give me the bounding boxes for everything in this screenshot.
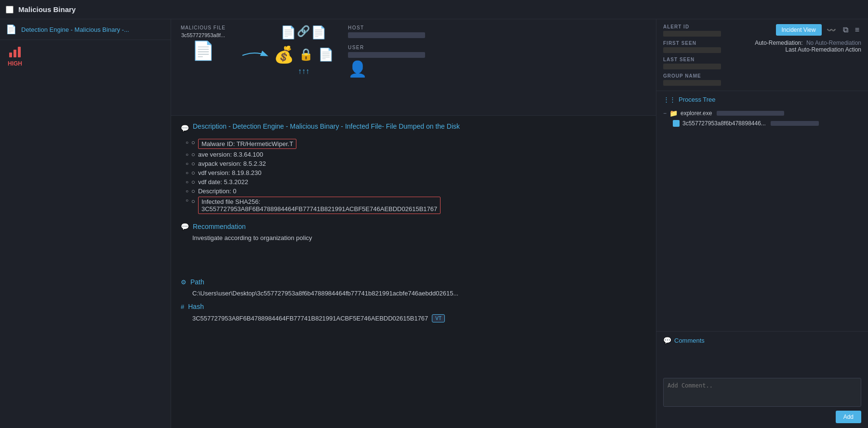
comments-title: Comments [674, 337, 705, 344]
alert-id-block: ALERT ID [663, 24, 745, 37]
document-icon: 📄 [6, 24, 16, 35]
doc-icon-1: 📄 [280, 25, 296, 40]
first-seen-label: FIRST SEEN [663, 40, 745, 46]
money-lock: 💰 🔒 📄 [274, 45, 334, 64]
group-name-label: GROUP NAME [663, 73, 745, 79]
process-tree-header: ⋮⋮ Process Tree [663, 96, 861, 103]
bullet: ○ [191, 178, 195, 186]
recommendation-icon: 💬 [181, 223, 189, 230]
doc-icon-3: 📄 [318, 47, 334, 62]
list-item: ○ vdf date: 5.3.2022 [186, 177, 646, 187]
comments-header: 💬 Comments [663, 336, 861, 344]
arrows-up: ↑↑↑ [298, 67, 309, 76]
path-icon: ⚙ [181, 279, 187, 286]
auto-rem-line: Auto-Remediation: No Auto-Remediation [755, 40, 861, 46]
recommendation-header: 💬 Recommendation [181, 223, 646, 230]
last-action-label: Last Auto-Remediation Action [755, 46, 861, 53]
hash-icon: # [181, 303, 184, 310]
path-section: ⚙ Path C:\Users\user\Desktop\3c557727953… [181, 278, 646, 297]
hash-header: # Hash [181, 303, 646, 310]
first-seen-value [663, 47, 721, 53]
page-title: Malicious Binary [18, 5, 862, 13]
host-label: HOST [348, 25, 364, 30]
auto-rem-block: Auto-Remediation: No Auto-Remediation La… [755, 40, 861, 53]
last-seen-block: LAST SEEN [663, 57, 745, 69]
bullet: ○ [191, 151, 195, 158]
malicious-file-hash: 3c557727953a8f... [181, 32, 225, 38]
ave-version: ave version: 8.3.64.100 [198, 151, 263, 158]
host-value-blurred [348, 32, 425, 38]
list-item: ○ ave version: 8.3.64.100 [186, 150, 646, 159]
path-value: C:\Users\user\Desktop\3c557727953a8f6b47… [181, 290, 646, 297]
recommendation-text: Investigate according to organization po… [181, 234, 646, 270]
money-bag-icon: 💰 [274, 45, 294, 64]
host-block: HOST [348, 25, 425, 38]
child-node-name: 3c557727953a8f6b478898446... [682, 120, 766, 127]
copy-icon-button[interactable]: ⧉ [841, 25, 850, 35]
list-item: ○ Description: 0 [186, 187, 646, 196]
description-header: 💬 Description - Detection Engine - Malic… [181, 122, 646, 134]
lock-icon: 🔒 [299, 48, 313, 61]
child-node-icon [673, 120, 680, 127]
hash-text: 3C557727953A8F6B4788984464FB77741B821991… [192, 315, 428, 322]
file-doc-icon: 📄 [192, 40, 214, 61]
severity-label: HIGH [8, 60, 22, 67]
add-comment-button[interactable]: Add [836, 411, 861, 423]
main-layout: 📄 Detection Engine - Malicious Binary -.… [0, 19, 868, 428]
sha-item: Infected file SHA256:3C557727953A8F6B478… [198, 197, 441, 214]
top-bar: Malicious Binary [0, 0, 868, 19]
comments-spacer [663, 349, 861, 378]
first-seen-block: FIRST SEEN [663, 40, 745, 53]
group-name-block: GROUP NAME [663, 73, 745, 86]
header-checkbox[interactable] [6, 6, 13, 13]
bar1 [9, 53, 12, 57]
tree-child-node: 3c557727953a8f6b478898446... [663, 119, 861, 128]
list-item: ○ vdf version: 8.19.8.230 [186, 168, 646, 177]
bullet: ○ [191, 160, 195, 167]
description-title: Description - Detection Engine - Malicio… [193, 122, 460, 130]
comments-section: 💬 Comments Add [656, 332, 868, 428]
center-icons: 📄 🔗 📄 💰 🔒 📄 ↑↑↑ [274, 25, 334, 76]
file-node: MALICIOUS FILE 3c557727953a8f... 📄 [181, 25, 226, 61]
alert-info-row: ALERT ID FIRST SEEN LAST SEEN GROUP NAME [656, 19, 868, 91]
hash-section: # Hash 3C557727953A8F6B4788984464FB77741… [181, 303, 646, 322]
hash-value: 3C557727953A8F6B4788984464FB77741B821991… [181, 314, 646, 322]
last-seen-label: LAST SEEN [663, 57, 745, 62]
bullet: ○ [191, 187, 195, 195]
add-button-container: Add [663, 411, 861, 423]
incident-view-button[interactable]: Incident View [776, 24, 822, 36]
sidebar-nav-item[interactable]: 📄 Detection Engine - Malicious Binary -.… [0, 19, 171, 40]
arrow-svg [240, 48, 269, 63]
bullet: ○ [191, 139, 195, 146]
path-header: ⚙ Path [181, 278, 646, 286]
user-label: USER [348, 45, 364, 50]
bar2 [13, 50, 16, 57]
vdf-version: vdf version: 8.19.8.230 [198, 169, 262, 176]
chain-docs: 📄 🔗 📄 [280, 25, 326, 40]
vdf-date: vdf date: 5.3.2022 [198, 178, 248, 186]
folder-icon: 📁 [669, 109, 678, 117]
auto-rem-value: No Auto-Remediation [806, 40, 861, 46]
recommendation-section: 💬 Recommendation Investigate according t… [181, 223, 646, 270]
comment-input[interactable] [663, 378, 861, 407]
action-buttons: Incident View 〰️ ⧉ ≡ Auto-Remediation: N… [755, 24, 861, 53]
doc-icon-2: 📄 [311, 25, 326, 40]
tree-root-node: − 📁 explorer.exe [663, 108, 861, 119]
menu-icon-button[interactable]: ≡ [853, 25, 861, 35]
right-panel: ALERT ID FIRST SEEN LAST SEEN GROUP NAME [656, 19, 868, 428]
host-user-section: HOST USER 👤 [348, 25, 425, 78]
auto-rem-label: Auto-Remediation: [755, 40, 802, 46]
description-zero: Description: 0 [198, 187, 236, 195]
comments-icon: 💬 [663, 336, 671, 344]
process-tree-dot-icon: ⋮⋮ [663, 96, 676, 103]
center-panel: MALICIOUS FILE 3c557727953a8f... 📄 [171, 19, 656, 428]
user-value-blurred [348, 52, 425, 58]
alert-id-label: ALERT ID [663, 24, 745, 29]
sidebar-link[interactable]: Detection Engine - Malicious Binary -... [21, 26, 129, 33]
root-node-value [717, 111, 784, 116]
root-node-name: explorer.exe [681, 110, 712, 117]
user-block: USER 👤 [348, 45, 425, 78]
avpack-version: avpack version: 8.5.2.32 [198, 160, 266, 167]
vt-badge[interactable]: VT [432, 314, 445, 322]
waveform-icon-button[interactable]: 〰️ [825, 25, 838, 36]
